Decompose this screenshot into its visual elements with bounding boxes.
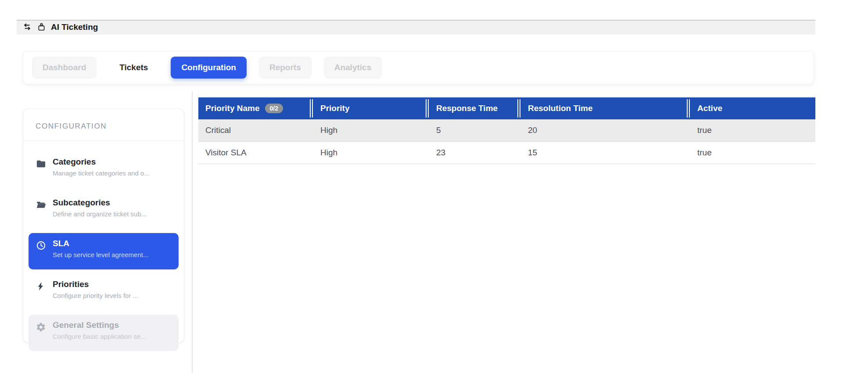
cell-resolution-time: 15 (521, 142, 690, 164)
content-divider (192, 91, 193, 373)
tab-reports[interactable]: Reports (259, 57, 312, 79)
folder-open-icon (36, 199, 46, 210)
sidebar-header: CONFIGURATION (23, 109, 184, 141)
tab-configuration[interactable]: Configuration (171, 57, 247, 79)
sidebar-item-description: Set up service level agreement... (53, 251, 148, 259)
cell-active: true (690, 119, 815, 141)
tab-dashboard[interactable]: Dashboard (32, 57, 97, 79)
table-row[interactable]: Critical High 5 20 true (198, 119, 815, 142)
column-resize-handle[interactable] (517, 99, 520, 118)
gear-icon (36, 322, 46, 332)
sidebar-item-description: Manage ticket categories and o... (53, 169, 150, 177)
column-resize-handle[interactable] (310, 99, 313, 118)
cell-priority: High (313, 119, 429, 141)
sla-table: Priority Name 0/2 Priority Response Time… (198, 97, 815, 164)
sidebar-item-description: Configure priority levels for ... (53, 292, 138, 300)
cell-resolution-time: 20 (521, 119, 690, 141)
column-header-response-time[interactable]: Response Time (429, 97, 521, 119)
swap-arrows-icon[interactable] (22, 22, 32, 32)
table-header-row: Priority Name 0/2 Priority Response Time… (198, 97, 815, 119)
cell-active: true (690, 142, 815, 164)
sidebar-item-title: Categories (53, 158, 150, 167)
sidebar-item-description: Define and organize ticket sub... (53, 210, 147, 218)
app-topbar: AI Ticketing (17, 20, 815, 34)
selection-count-badge: 0/2 (265, 104, 283, 113)
cell-response-time: 5 (429, 119, 521, 141)
table-row[interactable]: Visitor SLA High 23 15 true (198, 142, 815, 164)
cell-priority: High (313, 142, 429, 164)
tab-tickets[interactable]: Tickets (109, 57, 158, 79)
tab-bar: Dashboard Tickets Configuration Reports … (23, 51, 814, 84)
column-header-priority[interactable]: Priority (313, 97, 429, 119)
extension-puzzle-icon (36, 22, 47, 32)
sidebar-item-sla[interactable]: SLA Set up service level agreement... (29, 233, 179, 269)
column-resize-handle[interactable] (426, 99, 429, 118)
sidebar-item-priorities[interactable]: Priorities Configure priority levels for… (29, 274, 179, 310)
column-resize-handle[interactable] (687, 99, 690, 118)
sidebar-item-general-settings[interactable]: General Settings Configure basic applica… (29, 315, 179, 351)
column-header-resolution-time[interactable]: Resolution Time (521, 97, 690, 119)
app-title: AI Ticketing (51, 22, 98, 32)
sidebar-item-subcategories[interactable]: Subcategories Define and organize ticket… (29, 192, 179, 229)
sidebar-item-title: Subcategories (53, 198, 147, 208)
sidebar-item-list: Categories Manage ticket categories and … (23, 141, 184, 351)
cell-response-time: 23 (429, 142, 521, 164)
cell-priority-name: Visitor SLA (198, 142, 313, 164)
sidebar-item-categories[interactable]: Categories Manage ticket categories and … (29, 151, 179, 188)
sidebar-item-title: SLA (53, 239, 148, 248)
clock-icon (36, 240, 46, 251)
sidebar-item-title: Priorities (53, 280, 138, 289)
sidebar-item-title: General Settings (53, 321, 146, 330)
folder-icon (36, 158, 46, 169)
column-header-priority-name[interactable]: Priority Name 0/2 (198, 97, 313, 119)
cell-priority-name: Critical (198, 119, 313, 141)
sidebar-item-description: Configure basic application se... (53, 333, 146, 341)
configuration-sidebar: CONFIGURATION Categories Manage ticket c… (23, 108, 184, 343)
column-header-active[interactable]: Active (690, 97, 815, 119)
tab-analytics[interactable]: Analytics (324, 57, 382, 79)
bolt-icon (36, 281, 46, 291)
